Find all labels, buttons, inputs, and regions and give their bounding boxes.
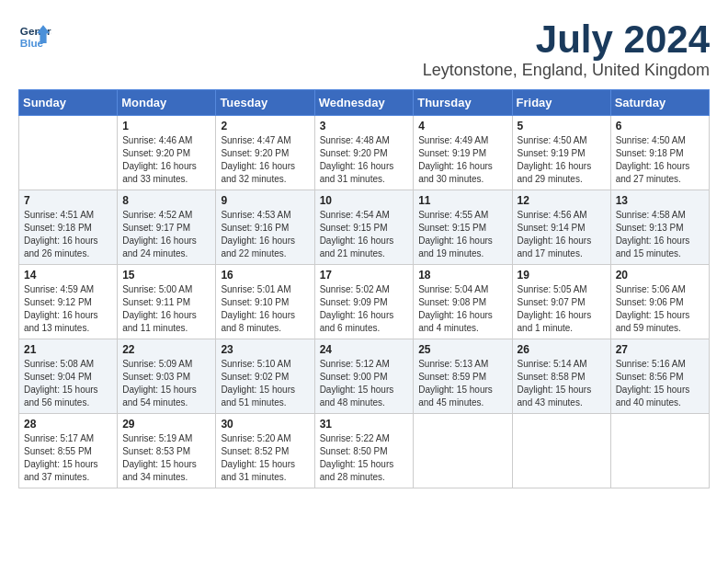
calendar-week-row: 7Sunrise: 4:51 AM Sunset: 9:18 PM Daylig… bbox=[19, 190, 710, 265]
calendar-cell: 31Sunrise: 5:22 AM Sunset: 8:50 PM Dayli… bbox=[314, 414, 414, 488]
day-info: Sunrise: 4:53 AM Sunset: 9:16 PM Dayligh… bbox=[221, 209, 309, 260]
calendar-cell: 2Sunrise: 4:47 AM Sunset: 9:20 PM Daylig… bbox=[216, 116, 314, 190]
calendar-week-row: 14Sunrise: 4:59 AM Sunset: 9:12 PM Dayli… bbox=[19, 265, 710, 339]
day-number: 15 bbox=[122, 269, 210, 282]
day-info: Sunrise: 5:05 AM Sunset: 9:07 PM Dayligh… bbox=[518, 283, 606, 335]
day-number: 19 bbox=[518, 269, 606, 282]
day-info: Sunrise: 5:09 AM Sunset: 9:03 PM Dayligh… bbox=[122, 358, 210, 409]
calendar-header-wednesday: Wednesday bbox=[314, 90, 414, 116]
calendar-header-thursday: Thursday bbox=[414, 90, 512, 116]
day-info: Sunrise: 5:04 AM Sunset: 9:08 PM Dayligh… bbox=[418, 283, 506, 335]
calendar-cell: 9Sunrise: 4:53 AM Sunset: 9:16 PM Daylig… bbox=[216, 190, 314, 265]
calendar-cell: 17Sunrise: 5:02 AM Sunset: 9:09 PM Dayli… bbox=[314, 265, 414, 339]
day-info: Sunrise: 5:01 AM Sunset: 9:10 PM Dayligh… bbox=[221, 283, 309, 335]
calendar-cell: 20Sunrise: 5:06 AM Sunset: 9:06 PM Dayli… bbox=[610, 265, 709, 339]
calendar-header-saturday: Saturday bbox=[610, 90, 709, 116]
calendar-week-row: 21Sunrise: 5:08 AM Sunset: 9:04 PM Dayli… bbox=[19, 339, 710, 414]
day-info: Sunrise: 4:54 AM Sunset: 9:15 PM Dayligh… bbox=[320, 209, 409, 260]
day-number: 29 bbox=[122, 418, 210, 431]
calendar-cell: 21Sunrise: 5:08 AM Sunset: 9:04 PM Dayli… bbox=[19, 339, 118, 414]
title-block: July 2024 Leytonstone, England, United K… bbox=[423, 18, 710, 80]
calendar-week-row: 1Sunrise: 4:46 AM Sunset: 9:20 PM Daylig… bbox=[19, 116, 710, 190]
day-number: 14 bbox=[24, 269, 112, 282]
day-info: Sunrise: 4:48 AM Sunset: 9:20 PM Dayligh… bbox=[320, 134, 409, 186]
day-info: Sunrise: 5:08 AM Sunset: 9:04 PM Dayligh… bbox=[24, 358, 112, 409]
calendar-cell: 4Sunrise: 4:49 AM Sunset: 9:19 PM Daylig… bbox=[414, 116, 512, 190]
calendar-header-monday: Monday bbox=[118, 90, 216, 116]
logo-icon: General Blue bbox=[18, 18, 51, 52]
calendar-cell bbox=[414, 414, 512, 488]
day-info: Sunrise: 5:06 AM Sunset: 9:06 PM Dayligh… bbox=[616, 283, 704, 335]
day-number: 2 bbox=[221, 120, 309, 132]
day-number: 18 bbox=[418, 269, 506, 282]
calendar-cell: 10Sunrise: 4:54 AM Sunset: 9:15 PM Dayli… bbox=[314, 190, 414, 265]
day-number: 20 bbox=[616, 269, 704, 282]
day-number: 21 bbox=[24, 343, 112, 356]
calendar-cell: 16Sunrise: 5:01 AM Sunset: 9:10 PM Dayli… bbox=[216, 265, 314, 339]
day-info: Sunrise: 4:55 AM Sunset: 9:15 PM Dayligh… bbox=[418, 209, 506, 260]
day-number: 8 bbox=[122, 194, 210, 207]
day-info: Sunrise: 5:17 AM Sunset: 8:55 PM Dayligh… bbox=[24, 432, 112, 484]
day-info: Sunrise: 4:59 AM Sunset: 9:12 PM Dayligh… bbox=[24, 283, 112, 335]
day-number: 13 bbox=[616, 194, 704, 207]
calendar-cell: 6Sunrise: 4:50 AM Sunset: 9:18 PM Daylig… bbox=[610, 116, 709, 190]
day-number: 28 bbox=[24, 418, 112, 431]
calendar-cell: 13Sunrise: 4:58 AM Sunset: 9:13 PM Dayli… bbox=[610, 190, 709, 265]
day-number: 23 bbox=[221, 343, 309, 356]
calendar-cell: 3Sunrise: 4:48 AM Sunset: 9:20 PM Daylig… bbox=[314, 116, 414, 190]
calendar-cell: 18Sunrise: 5:04 AM Sunset: 9:08 PM Dayli… bbox=[414, 265, 512, 339]
month-title: July 2024 bbox=[423, 18, 710, 61]
calendar-cell: 7Sunrise: 4:51 AM Sunset: 9:18 PM Daylig… bbox=[19, 190, 118, 265]
calendar-cell: 23Sunrise: 5:10 AM Sunset: 9:02 PM Dayli… bbox=[216, 339, 314, 414]
calendar-cell: 22Sunrise: 5:09 AM Sunset: 9:03 PM Dayli… bbox=[118, 339, 216, 414]
day-info: Sunrise: 4:50 AM Sunset: 9:19 PM Dayligh… bbox=[518, 134, 606, 186]
day-number: 22 bbox=[122, 343, 210, 356]
calendar-cell: 1Sunrise: 4:46 AM Sunset: 9:20 PM Daylig… bbox=[118, 116, 216, 190]
calendar-table: SundayMondayTuesdayWednesdayThursdayFrid… bbox=[18, 89, 710, 488]
calendar-header-friday: Friday bbox=[512, 90, 610, 116]
day-info: Sunrise: 5:13 AM Sunset: 8:59 PM Dayligh… bbox=[418, 358, 506, 409]
day-info: Sunrise: 4:52 AM Sunset: 9:17 PM Dayligh… bbox=[122, 209, 210, 260]
location-title: Leytonstone, England, United Kingdom bbox=[423, 61, 710, 80]
day-info: Sunrise: 4:49 AM Sunset: 9:19 PM Dayligh… bbox=[418, 134, 506, 186]
calendar-cell: 8Sunrise: 4:52 AM Sunset: 9:17 PM Daylig… bbox=[118, 190, 216, 265]
day-info: Sunrise: 5:02 AM Sunset: 9:09 PM Dayligh… bbox=[320, 283, 409, 335]
day-info: Sunrise: 5:00 AM Sunset: 9:11 PM Dayligh… bbox=[122, 283, 210, 335]
calendar-header-sunday: Sunday bbox=[19, 90, 118, 116]
calendar-cell bbox=[19, 116, 118, 190]
day-info: Sunrise: 4:50 AM Sunset: 9:18 PM Dayligh… bbox=[616, 134, 704, 186]
day-info: Sunrise: 5:14 AM Sunset: 8:58 PM Dayligh… bbox=[518, 358, 606, 409]
day-info: Sunrise: 5:20 AM Sunset: 8:52 PM Dayligh… bbox=[221, 432, 309, 484]
calendar-cell: 27Sunrise: 5:16 AM Sunset: 8:56 PM Dayli… bbox=[610, 339, 709, 414]
day-number: 26 bbox=[518, 343, 606, 356]
day-number: 6 bbox=[616, 120, 704, 132]
calendar-cell: 5Sunrise: 4:50 AM Sunset: 9:19 PM Daylig… bbox=[512, 116, 610, 190]
calendar-cell: 19Sunrise: 5:05 AM Sunset: 9:07 PM Dayli… bbox=[512, 265, 610, 339]
calendar-cell: 26Sunrise: 5:14 AM Sunset: 8:58 PM Dayli… bbox=[512, 339, 610, 414]
day-number: 31 bbox=[320, 418, 409, 431]
day-info: Sunrise: 4:46 AM Sunset: 9:20 PM Dayligh… bbox=[122, 134, 210, 186]
day-info: Sunrise: 5:10 AM Sunset: 9:02 PM Dayligh… bbox=[221, 358, 309, 409]
calendar-cell bbox=[512, 414, 610, 488]
calendar-cell: 15Sunrise: 5:00 AM Sunset: 9:11 PM Dayli… bbox=[118, 265, 216, 339]
day-info: Sunrise: 5:12 AM Sunset: 9:00 PM Dayligh… bbox=[320, 358, 409, 409]
calendar-cell: 29Sunrise: 5:19 AM Sunset: 8:53 PM Dayli… bbox=[118, 414, 216, 488]
day-number: 30 bbox=[221, 418, 309, 431]
calendar-cell: 25Sunrise: 5:13 AM Sunset: 8:59 PM Dayli… bbox=[414, 339, 512, 414]
day-info: Sunrise: 4:51 AM Sunset: 9:18 PM Dayligh… bbox=[24, 209, 112, 260]
day-number: 10 bbox=[320, 194, 409, 207]
day-number: 1 bbox=[122, 120, 210, 132]
calendar-cell: 28Sunrise: 5:17 AM Sunset: 8:55 PM Dayli… bbox=[19, 414, 118, 488]
calendar-week-row: 28Sunrise: 5:17 AM Sunset: 8:55 PM Dayli… bbox=[19, 414, 710, 488]
day-info: Sunrise: 4:58 AM Sunset: 9:13 PM Dayligh… bbox=[616, 209, 704, 260]
calendar-cell: 14Sunrise: 4:59 AM Sunset: 9:12 PM Dayli… bbox=[19, 265, 118, 339]
day-info: Sunrise: 5:16 AM Sunset: 8:56 PM Dayligh… bbox=[616, 358, 704, 409]
calendar-cell: 12Sunrise: 4:56 AM Sunset: 9:14 PM Dayli… bbox=[512, 190, 610, 265]
day-number: 4 bbox=[418, 120, 506, 132]
day-number: 7 bbox=[24, 194, 112, 207]
day-info: Sunrise: 5:19 AM Sunset: 8:53 PM Dayligh… bbox=[122, 432, 210, 484]
day-number: 3 bbox=[320, 120, 409, 132]
day-number: 27 bbox=[616, 343, 704, 356]
calendar-header-row: SundayMondayTuesdayWednesdayThursdayFrid… bbox=[19, 90, 710, 116]
day-number: 16 bbox=[221, 269, 309, 282]
